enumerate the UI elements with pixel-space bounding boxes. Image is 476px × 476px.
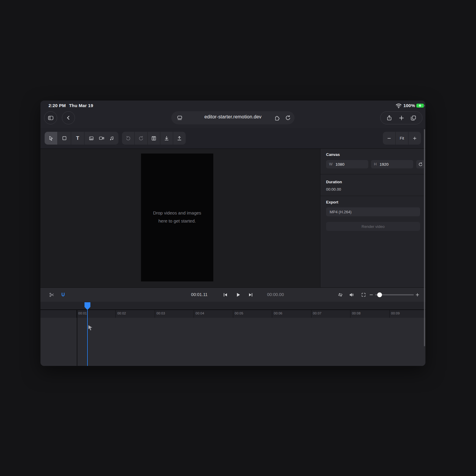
safari-window: 2:20 PM Thu Mar 19 100% [40,101,425,366]
wifi-icon [395,103,402,108]
volume-icon[interactable] [349,292,355,298]
save-floppy-icon [151,135,157,141]
export-format-select[interactable]: MP4 (H.264) [326,207,420,216]
sidebar-icon [48,115,54,121]
reload-icon[interactable] [285,115,291,121]
skip-forward-button[interactable] [248,292,254,298]
ruler-tick: 00:02 [115,310,126,318]
magnet-snap-icon[interactable] [60,292,66,298]
back-button[interactable] [62,111,75,124]
timeline-ruler[interactable]: 00:0100:0200:0300:0400:0500:0600:0700:08… [40,310,425,318]
status-date: Thu Mar 19 [69,103,93,108]
ruler-tick: 00:08 [350,310,361,318]
battery-percent: 100% [403,103,415,108]
total-duration: 00:00.00 [258,292,293,297]
play-button[interactable] [235,292,241,298]
ruler-tick: 00:04 [194,310,204,318]
redo-icon [138,135,144,141]
timeline[interactable]: 00:0100:0200:0300:0400:0500:0600:0700:08… [40,302,425,366]
tab-actions-cluster [380,111,422,124]
tabs-icon[interactable] [410,115,416,121]
fullscreen-icon[interactable] [361,292,367,298]
ruler-tick: 00:03 [155,310,165,318]
minus-icon [387,136,392,141]
url-bar[interactable]: editor-starter.remotion.dev [171,111,295,124]
new-tab-plus-icon[interactable] [398,115,405,121]
loop-repeat-icon[interactable] [337,292,343,298]
inspector-panel: Canvas W 1080 H 1920 Duration 00:00.00 [320,149,425,287]
image-icon [88,135,94,141]
scissors-icon[interactable] [49,292,55,298]
ruler-tick: 00:09 [389,310,400,318]
composition-canvas[interactable]: Drop videos and images here to get start… [141,154,213,281]
timeline-zoom-out-icon[interactable] [369,292,374,297]
text-tool-button[interactable]: T [71,132,84,145]
track-header-separator [77,309,77,366]
screen: 2:20 PM Thu Mar 19 100% [0,0,476,476]
share-icon[interactable] [386,115,392,121]
height-value[interactable]: 1920 [380,162,389,167]
page-scrollbar[interactable] [424,129,425,346]
zoom-out-button[interactable] [383,132,395,145]
canvas-reset-icon [418,162,423,167]
ruler-tick: 00:01 [76,310,87,318]
mouse-pointer-icon [88,325,93,331]
fit-label: Fit [400,136,404,140]
canvas-height-field[interactable]: H 1920 [371,160,413,168]
undo-button[interactable] [122,132,134,145]
zoom-fit-button[interactable]: Fit [396,132,408,145]
select-tool-button[interactable] [45,132,57,145]
render-video-label: Render video [361,224,384,229]
plus-icon [412,136,417,141]
download-icon [164,135,170,141]
chevron-left-icon [65,115,71,121]
drop-hint-line1: Drop videos and images [141,209,213,217]
canvas-reset-button[interactable] [416,160,425,168]
drop-hint-line2: here to get started. [141,217,213,225]
skip-back-button[interactable] [222,292,228,298]
panel-divider [320,174,425,174]
text-tool-icon: T [76,135,79,141]
zoom-group: Fit [383,132,421,145]
editor-toolbar: T [40,128,425,149]
panel-divider [320,196,425,196]
browser-chrome: 2:20 PM Thu Mar 19 100% [40,101,425,128]
export-format-value: MP4 (H.264) [330,210,352,214]
redo-button[interactable] [135,132,147,145]
duration-value: 00:00.00 [326,187,341,192]
stage[interactable]: Drop videos and images here to get start… [40,149,320,287]
playhead-line [87,310,88,366]
rectangle-icon [62,135,67,141]
history-file-group [122,132,186,145]
select-cursor-icon [48,135,54,141]
transport-bar: 00:01.11 00:00.00 [40,287,425,302]
sidebar-toggle-button[interactable] [44,111,57,124]
download-button[interactable] [160,132,173,145]
rectangle-tool-button[interactable] [58,132,71,145]
video-camera-icon [98,135,105,141]
timeline-zoom-knob[interactable] [377,292,382,297]
zoom-in-button[interactable] [408,132,421,145]
export-section-title: Export [326,200,338,204]
ruler-tick: 00:07 [311,310,322,318]
save-button[interactable] [148,132,160,145]
width-value[interactable]: 1080 [336,162,345,167]
timeline-zoom-in-icon[interactable] [415,292,420,297]
tools-group: T [45,132,118,145]
current-time: 00:01.11 [181,292,217,297]
height-label: H [374,162,377,166]
width-label: W [329,162,333,166]
status-time: 2:20 PM [48,103,66,108]
duration-section-title: Duration [326,180,342,184]
battery-charging-icon [416,104,425,108]
render-video-button[interactable]: Render video [326,222,420,231]
drop-hint: Drop videos and images here to get start… [141,209,213,225]
undo-icon [125,135,131,141]
extensions-puzzle-icon[interactable] [274,115,280,121]
music-note-icon [109,135,115,141]
timeline-track-area[interactable] [40,318,425,366]
media-tools-cell[interactable] [84,132,118,145]
upload-button[interactable] [173,132,186,145]
canvas-width-field[interactable]: W 1080 [326,160,368,168]
ruler-tick: 00:06 [272,310,282,318]
